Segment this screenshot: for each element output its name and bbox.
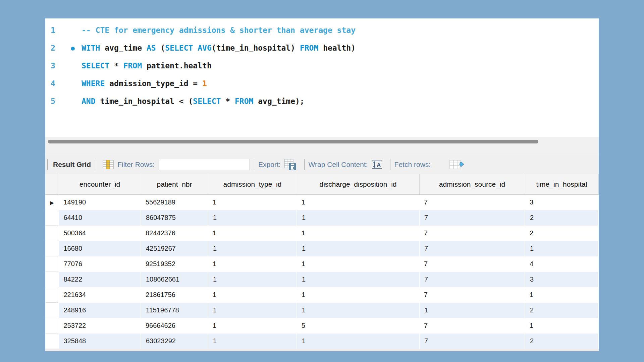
row-gutter-cell[interactable] — [45, 287, 59, 303]
table-cell[interactable]: 1 — [297, 272, 419, 287]
table-cell[interactable]: 1 — [297, 256, 419, 272]
code-line[interactable]: 3SELECT * FROM patient.health — [45, 57, 599, 74]
table-cell[interactable]: 21861756 — [141, 287, 208, 303]
row-gutter-cell[interactable] — [45, 241, 59, 256]
table-cell[interactable]: 325848 — [59, 334, 141, 349]
column-header-time_in_hospital[interactable]: time_in_hospital — [525, 174, 598, 195]
table-cell[interactable]: 1 — [208, 287, 297, 303]
sql-code-editor[interactable]: 1-- CTE for emergency admissions & short… — [45, 18, 599, 137]
table-cell[interactable]: 2 — [525, 226, 598, 241]
table-cell[interactable]: 92519352 — [141, 256, 208, 272]
table-cell[interactable]: 2 — [525, 210, 598, 226]
table-cell[interactable]: 16680 — [59, 241, 141, 256]
table-cell[interactable]: 1 — [297, 287, 419, 303]
row-gutter-cell[interactable]: ▶ — [45, 195, 59, 210]
table-cell[interactable]: 7 — [419, 226, 525, 241]
table-row[interactable]: 16680425192671171 — [45, 241, 598, 256]
code-text: AND time_in_hospital < (SELECT * FROM av… — [82, 97, 305, 106]
splitter-handle[interactable] — [48, 140, 538, 143]
table-cell[interactable]: 1 — [208, 241, 297, 256]
table-cell[interactable]: 149190 — [59, 195, 141, 210]
code-line[interactable]: 1-- CTE for emergency admissions & short… — [45, 21, 599, 39]
table-row[interactable]: 253722966646261571 — [45, 318, 598, 334]
table-cell[interactable]: 115196778 — [141, 303, 208, 318]
row-gutter-cell[interactable] — [45, 256, 59, 272]
statement-marker-dot: ● — [64, 44, 82, 52]
table-cell[interactable]: 7 — [419, 195, 525, 210]
table-cell[interactable]: 1 — [208, 226, 297, 241]
table-cell[interactable]: 55629189 — [141, 195, 208, 210]
table-cell[interactable]: 7 — [419, 241, 525, 256]
table-cell[interactable]: 3 — [525, 272, 598, 287]
table-cell[interactable]: 3 — [525, 195, 598, 210]
table-cell[interactable]: 77076 — [59, 256, 141, 272]
table-cell[interactable]: 1 — [208, 318, 297, 334]
table-row[interactable]: 325848630232921172 — [45, 334, 598, 349]
table-cell[interactable]: 63023292 — [141, 334, 208, 349]
code-line[interactable]: 2●WITH avg_time AS (SELECT AVG(time_in_h… — [45, 39, 599, 57]
table-cell[interactable]: 1 — [297, 210, 419, 226]
column-header-admission_type_id[interactable]: admission_type_id — [208, 174, 297, 195]
column-header-patient_nbr[interactable]: patient_nbr — [141, 174, 208, 195]
table-cell[interactable]: 1 — [208, 334, 297, 349]
table-cell[interactable]: 248916 — [59, 303, 141, 318]
table-cell[interactable]: 2 — [525, 334, 598, 349]
table-cell[interactable]: 1 — [297, 195, 419, 210]
table-cell[interactable]: 86047875 — [141, 210, 208, 226]
table-row[interactable]: 221634218617561171 — [45, 287, 598, 303]
table-cell[interactable]: 1 — [525, 318, 598, 334]
table-row[interactable]: 64410860478751172 — [45, 210, 598, 226]
table-cell[interactable]: 1 — [525, 241, 598, 256]
row-gutter-cell[interactable] — [45, 303, 59, 318]
table-row[interactable]: 77076925193521174 — [45, 256, 598, 272]
table-row[interactable]: 842221086626611173 — [45, 272, 598, 287]
table-cell[interactable]: 7 — [419, 210, 525, 226]
table-cell[interactable]: 2 — [525, 303, 598, 318]
table-row[interactable]: 2489161151967781112 — [45, 303, 598, 318]
table-row[interactable]: ▶149190556291891173 — [45, 195, 598, 210]
fetch-rows-icon[interactable] — [449, 159, 465, 170]
table-cell[interactable]: 7 — [419, 256, 525, 272]
table-cell[interactable]: 108662661 — [141, 272, 208, 287]
row-gutter-cell[interactable] — [45, 318, 59, 334]
table-cell[interactable]: 1 — [419, 303, 525, 318]
table-cell[interactable]: 1 — [208, 272, 297, 287]
table-cell[interactable]: 1 — [208, 195, 297, 210]
table-cell[interactable]: 1 — [297, 226, 419, 241]
table-cell[interactable]: 7 — [419, 287, 525, 303]
table-cell[interactable]: 4 — [525, 256, 598, 272]
code-line[interactable]: 5AND time_in_hospital < (SELECT * FROM a… — [45, 92, 599, 110]
table-cell[interactable]: 1 — [208, 256, 297, 272]
column-header-admission_source_id[interactable]: admission_source_id — [419, 174, 525, 195]
table-cell[interactable]: 500364 — [59, 226, 141, 241]
column-header-encounter_id[interactable]: encounter_id — [59, 174, 141, 195]
table-cell[interactable]: 7 — [419, 318, 525, 334]
row-gutter-cell[interactable] — [45, 334, 59, 349]
wrap-cell-content-icon[interactable]: A — [371, 160, 383, 170]
table-cell[interactable]: 5 — [297, 318, 419, 334]
table-cell[interactable]: 1 — [208, 210, 297, 226]
table-cell[interactable]: 1 — [297, 303, 419, 318]
table-cell[interactable]: 82442376 — [141, 226, 208, 241]
code-line[interactable]: 4WHERE admission_type_id = 1 — [45, 74, 599, 92]
table-cell[interactable]: 221634 — [59, 287, 141, 303]
table-cell[interactable]: 1 — [297, 334, 419, 349]
table-cell[interactable]: 1 — [208, 303, 297, 318]
table-cell[interactable]: 64410 — [59, 210, 141, 226]
table-row[interactable]: 500364824423761172 — [45, 226, 598, 241]
table-cell[interactable]: 84222 — [59, 272, 141, 287]
export-save-icon[interactable] — [284, 159, 297, 170]
table-cell[interactable]: 96664626 — [141, 318, 208, 334]
table-cell[interactable]: 1 — [297, 241, 419, 256]
table-cell[interactable]: 7 — [419, 272, 525, 287]
table-cell[interactable]: 1 — [525, 287, 598, 303]
column-header-discharge_disposition_id[interactable]: discharge_disposition_id — [297, 174, 419, 195]
filter-rows-input[interactable] — [159, 159, 250, 170]
row-gutter-cell[interactable] — [45, 210, 59, 226]
result-grid-icon[interactable] — [103, 160, 114, 170]
row-gutter-cell[interactable] — [45, 272, 59, 287]
table-cell[interactable]: 7 — [419, 334, 525, 349]
table-cell[interactable]: 42519267 — [141, 241, 208, 256]
table-cell[interactable]: 253722 — [59, 318, 141, 334]
row-gutter-cell[interactable] — [45, 226, 59, 241]
